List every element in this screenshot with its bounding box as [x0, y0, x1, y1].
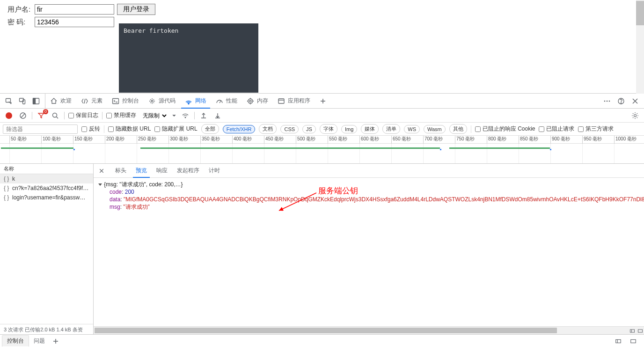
pill-fetch-xhr[interactable]: Fetch/XHR: [223, 125, 256, 133]
record-button[interactable]: [4, 110, 14, 121]
collapse-icon[interactable]: [636, 327, 644, 334]
page-scrollbar[interactable]: [636, 0, 644, 94]
tab-headers[interactable]: 标头: [110, 164, 131, 177]
table-row[interactable]: { } k: [0, 174, 93, 183]
blocked-cookies-checkbox[interactable]: 已阻止的响应 Cookie: [475, 125, 535, 133]
more-icon[interactable]: [601, 95, 613, 107]
horizontal-scrollbar[interactable]: [94, 326, 644, 334]
login-button[interactable]: 用户登录: [117, 4, 155, 15]
table-row[interactable]: { } login?username=fir&passw…: [0, 193, 93, 202]
add-drawer-tab-icon[interactable]: [50, 335, 62, 347]
invert-checkbox[interactable]: 反转: [81, 125, 100, 133]
tab-welcome[interactable]: 欢迎: [45, 94, 76, 108]
pill-other[interactable]: 其他: [449, 124, 467, 134]
svg-point-18: [185, 117, 186, 118]
json-icon: { }: [4, 185, 10, 191]
svg-line-20: [279, 193, 316, 211]
username-input[interactable]: [35, 4, 114, 15]
svg-rect-23: [616, 339, 621, 343]
tab-network[interactable]: 网络: [180, 94, 211, 108]
svg-point-6: [151, 100, 153, 102]
network-toolbar: 0 保留日志 禁用缓存 无限制: [0, 109, 644, 123]
hide-ext-urls-checkbox[interactable]: 隐藏扩展 URL: [154, 125, 197, 133]
svg-rect-10: [278, 99, 284, 103]
svg-point-12: [607, 100, 608, 102]
column-header-name[interactable]: 名称: [0, 164, 93, 174]
pill-js[interactable]: JS: [302, 125, 316, 133]
add-tab-icon[interactable]: [317, 95, 329, 107]
annotation-text: 服务端公钥: [318, 185, 358, 196]
download-icon[interactable]: [212, 110, 223, 121]
pill-doc[interactable]: 文档: [259, 124, 277, 134]
timeline-overview[interactable]: 50 毫秒100 毫秒150 毫秒200 毫秒250 毫秒300 毫秒350 毫…: [0, 136, 644, 164]
pill-css[interactable]: CSS: [280, 125, 299, 133]
page-content: 用户名: 用户登录 密 码: Bearer firtoken: [0, 0, 644, 94]
preserve-log-checkbox[interactable]: 保留日志: [68, 111, 98, 119]
drawer-collapse-icon[interactable]: [627, 335, 639, 347]
username-label: 用户名:: [7, 5, 32, 14]
hide-data-urls-checkbox[interactable]: 隐藏数据 URL: [108, 125, 151, 133]
svg-point-7: [188, 103, 189, 104]
settings-icon[interactable]: [630, 110, 640, 121]
svg-point-9: [249, 100, 251, 102]
expand-icon[interactable]: [628, 327, 636, 334]
svg-point-19: [634, 114, 637, 117]
tab-application[interactable]: 应用程序: [273, 94, 315, 108]
svg-rect-4: [33, 98, 36, 104]
svg-rect-0: [6, 98, 11, 102]
third-party-checkbox[interactable]: 第三方请求: [578, 125, 614, 133]
search-icon[interactable]: [50, 110, 60, 121]
tab-preview[interactable]: 预览: [131, 164, 152, 177]
pill-media[interactable]: 媒体: [361, 124, 379, 134]
chevron-down-icon[interactable]: [172, 113, 176, 118]
svg-rect-21: [630, 330, 634, 332]
inspect-icon[interactable]: [3, 95, 15, 107]
tab-memory[interactable]: 内存: [242, 94, 273, 108]
json-icon: { }: [4, 194, 10, 201]
tab-response[interactable]: 响应: [152, 164, 172, 177]
wifi-icon[interactable]: [180, 110, 190, 121]
svg-point-11: [604, 100, 606, 102]
filter-bar: 反转 隐藏数据 URL 隐藏扩展 URL 全部 Fetch/XHR 文档 CSS…: [0, 123, 644, 136]
drawer-tab-issues[interactable]: 问题: [29, 336, 50, 346]
dock-icon[interactable]: [30, 95, 42, 107]
tab-initiator[interactable]: 发起程序: [172, 164, 204, 177]
close-devtools-icon[interactable]: [629, 95, 641, 107]
pill-img[interactable]: Img: [341, 125, 357, 133]
svg-point-17: [53, 113, 57, 117]
disable-cache-checkbox[interactable]: 禁用缓存: [106, 111, 136, 119]
tab-console[interactable]: 控制台: [107, 94, 144, 108]
throttle-select[interactable]: 无限制: [140, 111, 168, 120]
pill-all[interactable]: 全部: [201, 124, 219, 134]
upload-icon[interactable]: [198, 110, 209, 121]
device-toggle-icon[interactable]: [16, 95, 29, 107]
svg-point-15: [621, 103, 621, 103]
svg-rect-24: [631, 339, 636, 343]
svg-point-13: [609, 100, 610, 102]
filter-toggle-icon[interactable]: 0: [36, 110, 46, 121]
filter-input[interactable]: [3, 125, 78, 134]
table-row[interactable]: { } cn?k=7a826aa2f4537fcc4f9f…: [0, 183, 93, 193]
drawer-expand-icon[interactable]: [612, 335, 624, 347]
svg-rect-5: [113, 98, 119, 103]
request-list: 名称 { } k { } cn?k=7a826aa2f4537fcc4f9f… …: [0, 164, 94, 334]
password-label: 密 码:: [7, 18, 32, 27]
help-icon[interactable]: [615, 95, 627, 107]
detail-pane: 标头 预览 响应 发起程序 计时 服务端公钥 {msg: "请求成功", cod…: [94, 164, 644, 334]
clear-button[interactable]: [18, 110, 28, 121]
token-panel: Bearer firtoken: [119, 23, 258, 93]
blocked-requests-checkbox[interactable]: 已阻止请求: [539, 125, 574, 133]
tab-timing[interactable]: 计时: [204, 164, 225, 177]
tab-performance[interactable]: 性能: [211, 94, 242, 108]
pill-font[interactable]: 字体: [320, 124, 337, 134]
pill-ws[interactable]: WS: [404, 125, 420, 133]
tab-elements[interactable]: 元素: [76, 94, 107, 108]
pill-manifest[interactable]: 清单: [382, 124, 400, 134]
close-detail-icon[interactable]: [95, 165, 108, 177]
drawer-tab-console[interactable]: 控制台: [2, 335, 29, 347]
tab-sources[interactable]: 源代码: [144, 94, 180, 108]
request-summary: 3 次请求 已传输2.0 kB 1.4 kB 条资: [0, 324, 93, 334]
json-preview[interactable]: {msg: "请求成功", code: 200,…} code: 200 dat…: [94, 178, 644, 213]
password-input[interactable]: [35, 17, 114, 27]
pill-wasm[interactable]: Wasm: [424, 125, 446, 133]
